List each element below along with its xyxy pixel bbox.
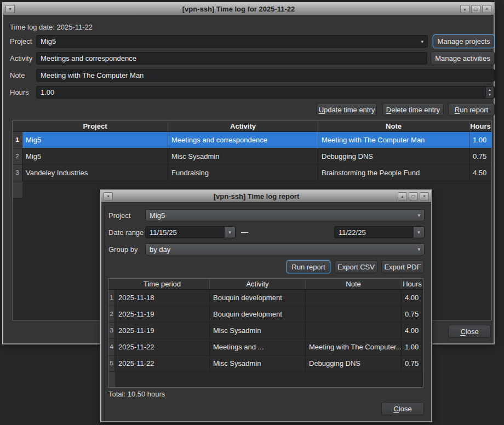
update-time-entry-button[interactable]: Update time entry <box>317 103 377 116</box>
project-combobox-value: Mig5 <box>41 37 56 45</box>
report-row[interactable]: 2 2025-11-19 Bouquin development 0.75 <box>108 306 423 323</box>
group-by-label: Group by <box>108 245 138 254</box>
calendar-dropdown-icon[interactable]: ▾ <box>413 227 424 238</box>
cell-empty <box>469 181 491 198</box>
cell-period: 2025-11-22 <box>115 339 210 355</box>
dialog-project-value: Mig5 <box>150 211 165 220</box>
table-row[interactable]: 1 Mig5 Meetings and correspondence Meeti… <box>13 132 491 148</box>
cell-note: Debugging DNS <box>318 148 469 164</box>
shade-icon[interactable]: ▴ <box>460 5 469 13</box>
header-note[interactable]: Note <box>318 121 469 131</box>
hours-spinbox-value: 1.00 <box>41 88 54 96</box>
table-row[interactable]: 2 Mig5 Misc Sysadmin Debugging DNS 0.75 <box>13 148 491 165</box>
hours-spinbox[interactable]: 1.00 ▴ ▾ <box>36 86 495 99</box>
project-combobox[interactable]: Mig5 ▾ <box>36 35 428 48</box>
window-menu-glyph: ▾ <box>9 7 11 12</box>
cell-note <box>306 290 402 306</box>
row-number-empty <box>108 372 115 388</box>
dialog-title: [vpn-ssh] Time log report <box>115 192 398 200</box>
dialog-run-report-button[interactable]: Run report <box>287 260 330 273</box>
header-note[interactable]: Note <box>306 279 402 289</box>
maximize-icon[interactable]: ▢ <box>471 5 480 13</box>
dialog-project-label: Project <box>108 211 130 220</box>
chevron-down-icon: ▾ <box>417 246 420 252</box>
dialog-project-combobox[interactable]: Mig5 ▾ <box>145 209 425 221</box>
table-row[interactable]: 3 Vandeley Industries Fundraising Brains… <box>13 165 491 181</box>
cell-activity: Bouquin development <box>210 290 306 306</box>
header-time-period[interactable]: Time period <box>115 279 210 289</box>
activity-input[interactable]: Meetings and correspondence <box>36 52 427 65</box>
note-input[interactable]: Meeting with The Computer Man <box>36 69 495 82</box>
group-by-combobox[interactable]: by day ▾ <box>145 243 425 255</box>
row-number: 1 <box>13 132 22 148</box>
delete-time-entry-button[interactable]: Delete time entry <box>382 103 444 116</box>
delete-time-entry-label: Delete time entry <box>386 106 440 114</box>
window-menu-glyph: ▾ <box>107 194 109 199</box>
shade-icon[interactable]: ▴ <box>398 192 407 200</box>
activity-input-value: Meetings and correspondence <box>41 54 136 62</box>
shade-glyph: ▴ <box>401 194 403 199</box>
manage-activities-button[interactable]: Manage activities <box>431 51 495 65</box>
maximize-icon[interactable]: ▢ <box>409 192 418 200</box>
spin-down-icon[interactable]: ▾ <box>489 93 491 97</box>
cell-period: 2025-11-19 <box>115 323 210 338</box>
report-row[interactable]: 5 2025-11-22 Misc Sysadmin Debugging DNS… <box>108 355 423 372</box>
manage-projects-button[interactable]: Manage projects <box>433 35 495 48</box>
export-pdf-button[interactable]: Export PDF <box>381 260 424 273</box>
close-button[interactable]: Close <box>448 325 491 338</box>
window-menu-icon[interactable]: ▾ <box>5 5 15 13</box>
close-glyph: ✕ <box>422 194 426 199</box>
cell-period: 2025-11-18 <box>115 290 210 306</box>
maximize-glyph: ▢ <box>411 194 416 199</box>
cell-activity: Misc Sysadmin <box>210 323 306 338</box>
header-hours[interactable]: Hours <box>402 279 423 289</box>
chevron-down-icon: ▾ <box>417 213 420 218</box>
export-pdf-label: Export PDF <box>384 263 421 271</box>
header-activity[interactable]: Activity <box>210 279 306 289</box>
dialog-run-report-label: Run report <box>291 263 325 271</box>
dialog-close-button[interactable]: Close <box>381 402 424 415</box>
date-to-picker[interactable]: 11/22/25 ▾ <box>334 226 425 238</box>
cell-hours: 0.75 <box>402 355 423 371</box>
export-csv-button[interactable]: Export CSV <box>335 260 377 273</box>
spin-up-icon[interactable]: ▴ <box>489 88 491 92</box>
row-number: 4 <box>108 339 115 355</box>
note-input-value: Meeting with The Computer Man <box>41 71 144 79</box>
date-from-picker[interactable]: 11/15/25 ▾ <box>145 226 236 238</box>
maximize-glyph: ▢ <box>474 7 478 12</box>
header-gutter <box>108 279 115 289</box>
shade-glyph: ▴ <box>463 7 466 12</box>
calendar-dropdown-icon[interactable]: ▾ <box>224 227 235 238</box>
cell-activity: Meetings and ... <box>210 339 306 355</box>
export-csv-label: Export CSV <box>337 263 375 271</box>
main-titlebar[interactable]: ▾ [vpn-ssh] Time log for 2025-11-22 ▴ ▢ … <box>3 3 494 15</box>
report-row[interactable]: 4 2025-11-22 Meetings and ... Meeting wi… <box>108 339 423 355</box>
cell-hours: 4.50 <box>469 165 491 181</box>
update-time-entry-label: Update time entry <box>319 106 375 114</box>
header-activity[interactable]: Activity <box>168 121 318 131</box>
cell-note: Debugging DNS <box>306 355 402 371</box>
cell-period: 2025-11-22 <box>115 355 210 371</box>
chevron-down-icon: ▾ <box>421 39 423 44</box>
dialog-titlebar[interactable]: ▾ [vpn-ssh] Time log report ▴ ▢ ✕ <box>101 191 431 203</box>
row-number: 3 <box>108 323 115 338</box>
group-by-value: by day <box>150 245 170 254</box>
cell-hours: 0.75 <box>402 306 423 322</box>
dialog-close-label: Close <box>393 405 411 413</box>
report-header-row: Time period Activity Note Hours <box>108 279 423 290</box>
cell-activity: Misc Sysadmin <box>168 148 318 164</box>
report-row[interactable]: 3 2025-11-19 Misc Sysadmin 4.00 <box>108 323 423 339</box>
run-report-button[interactable]: Run report <box>448 103 495 116</box>
close-icon[interactable]: ✕ <box>482 5 491 13</box>
spinner-buttons[interactable]: ▴ ▾ <box>485 87 494 98</box>
header-project[interactable]: Project <box>22 121 168 131</box>
report-row[interactable]: 1 2025-11-18 Bouquin development 4.00 <box>108 290 423 306</box>
cell-period: 2025-11-19 <box>115 306 210 322</box>
window-menu-icon[interactable]: ▾ <box>104 192 113 200</box>
header-hours[interactable]: Hours <box>469 121 491 131</box>
cell-activity: Meetings and correspondence <box>168 132 318 148</box>
cell-note: Meeting with The Computer... <box>306 339 402 355</box>
cell-activity: Fundraising <box>168 165 318 181</box>
cell-project: Mig5 <box>22 132 168 148</box>
close-icon[interactable]: ✕ <box>420 192 429 200</box>
